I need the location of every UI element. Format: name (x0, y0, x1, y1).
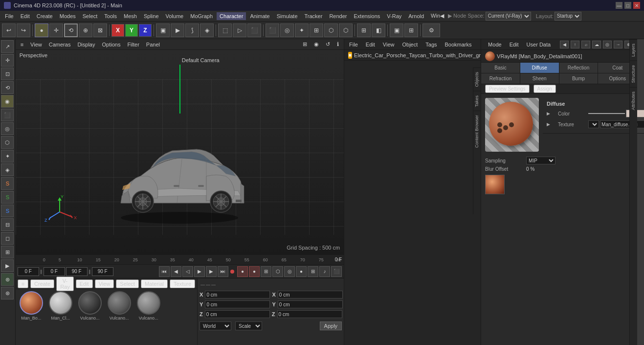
menu-tracker[interactable]: Tracker (302, 12, 326, 20)
edge-mode-btn[interactable]: ⟆ (185, 23, 199, 37)
world-select[interactable]: World (200, 322, 231, 330)
move-mode-btn[interactable]: ● (35, 23, 48, 37)
mat-create-btn[interactable]: Create (30, 279, 54, 288)
diffuse-expand[interactable]: ▶ (547, 111, 550, 116)
window-controls[interactable]: — □ ✕ (616, 2, 640, 9)
vp-view-btn[interactable]: View (27, 41, 45, 48)
mat-texture-btn[interactable]: Texture (170, 279, 195, 288)
autokey-btn[interactable]: ● (249, 266, 260, 277)
coord-z2-input[interactable] (277, 310, 342, 318)
attr-edit-btn[interactable]: Edit (507, 41, 522, 48)
attr-circle-btn[interactable]: ◎ (603, 41, 612, 48)
material-slot-3[interactable]: Vulcano... (106, 291, 133, 343)
structure-tab[interactable]: Structure (630, 61, 637, 87)
mat-tab-basic[interactable]: Basic (481, 63, 520, 73)
deformer-btn[interactable]: ⊞ (310, 23, 323, 37)
node-space-select[interactable]: Current (V-Ray) (486, 12, 531, 21)
menu-modes[interactable]: Modes (57, 12, 79, 20)
vp-info-btn[interactable]: ℹ (334, 41, 342, 48)
vp-cameras-btn[interactable]: Cameras (46, 41, 74, 48)
time-btn[interactable]: ● (296, 266, 307, 277)
menu-file[interactable]: File (2, 12, 17, 20)
preview-settings-tab[interactable]: Refraction (481, 73, 520, 84)
preview-end-frame[interactable]: 90 F (92, 267, 113, 276)
sidebar-light-icon[interactable]: ✦ (1, 150, 14, 162)
mat-vray-btn[interactable]: V-Ray (56, 276, 74, 291)
render-btn[interactable]: ⬛ (247, 23, 261, 37)
obj-bookmarks-btn[interactable]: Bookmarks (442, 41, 475, 48)
takes-tab[interactable]: Takes (473, 91, 481, 111)
scale-tool-btn[interactable]: ⊕ (79, 23, 92, 37)
select-btn[interactable]: ◧ (372, 23, 385, 37)
viewport[interactable]: Perspective Default Camera (16, 50, 344, 254)
mat-view-btn[interactable]: View (95, 279, 114, 288)
menu-mograph[interactable]: MoGraph (187, 12, 216, 20)
scale-select[interactable]: Scale (235, 322, 262, 330)
obj-tags-btn[interactable]: Tags (422, 41, 440, 48)
next-frame-btn[interactable]: ▶ (206, 266, 217, 277)
vp-options-btn[interactable]: Options (99, 41, 123, 48)
obj-object-btn[interactable]: Object (399, 41, 421, 48)
display2-btn[interactable]: ⊞ (404, 23, 418, 37)
sound-btn[interactable]: ♪ (319, 266, 330, 277)
coord-y2-input[interactable] (278, 300, 343, 308)
menu-volume[interactable]: Volume (163, 12, 187, 20)
menu-animate[interactable]: Animate (247, 12, 272, 20)
snap-btn[interactable]: ⊞ (357, 23, 371, 37)
menu-edit[interactable]: Edit (18, 12, 33, 20)
material-btn[interactable]: ⬡ (339, 23, 353, 37)
timeline-btn[interactable]: ⊞ (261, 266, 271, 277)
sidebar-edge-icon[interactable]: ⊟ (1, 218, 14, 231)
material-slot-1[interactable]: Man_Cl... (47, 291, 74, 343)
mat-tab-reflection[interactable]: Reflection (559, 63, 599, 73)
go-start-btn[interactable]: ⏮ (159, 266, 170, 277)
sidebar-select-icon[interactable]: ↗ (1, 40, 14, 53)
redo-btn[interactable]: ↪ (17, 23, 30, 37)
sidebar-polygon-icon[interactable]: ⬡ (1, 136, 14, 149)
attr-search-btn[interactable]: ⌕ (581, 41, 590, 48)
x-axis-btn[interactable]: X (111, 24, 124, 37)
sidebar-sculpt-icon[interactable]: S (1, 205, 14, 217)
sheen-tab[interactable]: Sheen (520, 73, 559, 84)
menu-render[interactable]: Render (326, 12, 350, 20)
point-mode-btn[interactable]: ▶ (171, 23, 184, 37)
render-settings-btn[interactable]: ⚙ (422, 23, 440, 37)
menu-vray[interactable]: V-Ray (384, 12, 404, 20)
menu-spline[interactable]: Spline (141, 12, 162, 20)
sidebar-anim-icon[interactable]: ▶ (1, 259, 14, 272)
menu-arnold[interactable]: Arnold (405, 12, 427, 20)
content-browser-tab[interactable]: Content Browser (473, 111, 481, 152)
play-fwd-btn[interactable]: ▶ (194, 266, 205, 277)
attr-fwd-btn[interactable]: → (614, 41, 622, 48)
render2-btn[interactable]: ⬛ (331, 266, 342, 277)
keyframe-btn[interactable]: ● (237, 266, 248, 277)
attr-mode-btn[interactable]: Mode (485, 41, 505, 48)
sidebar-eff-icon[interactable]: ⊛ (1, 273, 14, 286)
cube-btn[interactable]: ⬛ (266, 23, 279, 37)
vp-camera2-btn[interactable]: ◉ (311, 41, 322, 48)
mat-select-btn[interactable]: Select (116, 279, 139, 288)
render-view-btn[interactable]: ⬚ (218, 23, 232, 37)
sidebar-move-icon[interactable]: ✛ (1, 54, 14, 67)
preview-settings-btn[interactable]: Preview Settings (485, 85, 529, 93)
end-frame-field[interactable]: 90 F (66, 267, 88, 276)
material-slot-2[interactable]: Vulcano... (76, 291, 104, 343)
attr-cloud-btn[interactable]: ☁ (592, 41, 601, 48)
poly-mode-btn[interactable]: ◈ (200, 23, 214, 37)
sidebar-rotate-icon[interactable]: ⟲ (1, 81, 14, 94)
menu-character[interactable]: Character (217, 12, 246, 20)
menu-create[interactable]: Create (34, 12, 56, 20)
start-frame-field[interactable]: 0 F (44, 267, 65, 276)
coord-x2-input[interactable] (278, 291, 343, 299)
ir-btn[interactable]: ▷ (233, 23, 246, 37)
menu-mesh[interactable]: Mesh (121, 12, 140, 20)
vp-display-btn[interactable]: Display (74, 41, 98, 48)
sidebar-last-icon[interactable]: ⊛ (1, 287, 14, 299)
objects-tab[interactable]: Objects (473, 68, 481, 91)
sidebar-rig-icon[interactable]: ⊞ (1, 246, 14, 258)
obj-edit-btn[interactable]: Edit (363, 41, 378, 48)
attr-up-btn[interactable]: ↑ (571, 41, 579, 48)
prev-frame-btn[interactable]: ◀ (171, 266, 181, 277)
coord-z1-input[interactable] (205, 310, 270, 318)
go-end-btn[interactable]: ⏭ (218, 266, 228, 277)
